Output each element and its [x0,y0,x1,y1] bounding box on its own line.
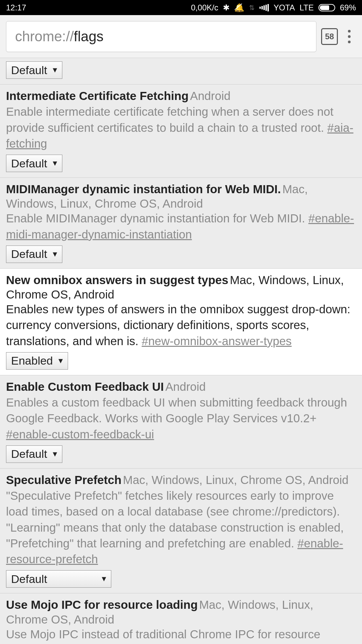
signal-icon [259,4,269,11]
flag-item: New omnibox answers in suggest types Mac… [0,268,362,375]
flags-page[interactable]: Default ▼ Intermediate Certificate Fetch… [0,58,362,644]
flag-description: Enable intermediate certificate fetching… [6,104,356,151]
flag-item: Default ▼ [0,58,362,85]
flag-description: Enables a custom feedback UI when submit… [6,394,356,442]
flag-platforms: Android [190,89,231,102]
flag-description: Enables new types of answers in the omni… [6,301,356,349]
flag-description: "Speculative Prefetch" fetches likely re… [6,488,356,567]
flag-select-value: Enabled [11,354,53,367]
url-scheme: chrome:// [15,29,74,45]
flag-select-value: Default [11,64,47,77]
flag-platforms: Android [165,380,206,393]
flag-select[interactable]: Default ▼ [6,155,62,172]
flag-title: Speculative Prefetch [6,473,121,486]
flag-item: Use Mojo IPC for resource loading Mac, W… [0,593,362,644]
flag-permalink[interactable]: #new-omnibox-answer-types [142,334,292,347]
clock: 12:17 [6,3,26,12]
flag-select[interactable]: Default ▼ [6,570,111,588]
network-type-label: LTE [300,3,314,12]
status-icons: 0,00K/c ✱ 🔔 ⇅ YOTA LTE 69% [191,3,356,12]
flag-select-value: Default [11,248,47,261]
address-bar[interactable]: chrome://flags [6,21,316,52]
flag-description: Enable MIDIManager dynamic instantiation… [6,210,356,242]
chevron-down-icon: ▼ [51,66,59,74]
flag-select[interactable]: Default ▼ [6,61,62,79]
flag-platforms: Mac, Windows, Linux, Chrome OS, Android [123,473,349,486]
flag-select[interactable]: Enabled ▼ [6,352,68,370]
url-path: flags [74,29,104,45]
flag-select[interactable]: Default ▼ [6,445,62,463]
flag-item: Enable Custom Feedback UI Android Enable… [0,375,362,469]
flag-select-value: Default [11,447,47,461]
flag-description: Use Mojo IPC instead of traditional Chro… [6,626,356,644]
flag-title: Enable Custom Feedback UI [6,380,164,393]
chevron-down-icon: ▼ [100,575,108,583]
net-speed: 0,00K/c [191,3,218,12]
flag-item: MIDIManager dynamic instantiation for We… [0,177,362,269]
flag-select-value: Default [11,157,47,170]
carrier-label: YOTA [274,3,295,12]
chevron-down-icon: ▼ [51,250,59,259]
tab-switcher-button[interactable]: 58 [321,28,338,45]
silent-icon: 🔔 [234,3,244,12]
status-bar: 12:17 0,00K/c ✱ 🔔 ⇅ YOTA LTE 69% [0,0,362,15]
flag-item: Intermediate Certificate Fetching Androi… [0,84,362,178]
overflow-menu-button[interactable] [343,30,356,43]
chevron-down-icon: ▼ [51,159,59,168]
flag-item: Speculative Prefetch Mac, Windows, Linux… [0,468,362,594]
tab-count: 58 [325,32,334,41]
bluetooth-icon: ✱ [223,3,230,12]
battery-percent: 69% [340,3,356,12]
flag-permalink[interactable]: #enable-custom-feedback-ui [6,428,154,441]
battery-icon [318,4,335,11]
flag-title: Intermediate Certificate Fetching [6,89,189,102]
flag-title: New omnibox answers in suggest types [6,273,228,286]
chevron-down-icon: ▼ [57,357,64,365]
flag-title: Use Mojo IPC for resource loading [6,598,198,611]
chevron-down-icon: ▼ [51,450,59,459]
browser-toolbar: chrome://flags 58 [0,15,362,58]
data-arrows-icon: ⇅ [249,4,255,12]
flag-title: MIDIManager dynamic instantiation for We… [6,182,281,196]
flag-select-value: Default [11,573,47,586]
flag-select[interactable]: Default ▼ [6,246,62,263]
